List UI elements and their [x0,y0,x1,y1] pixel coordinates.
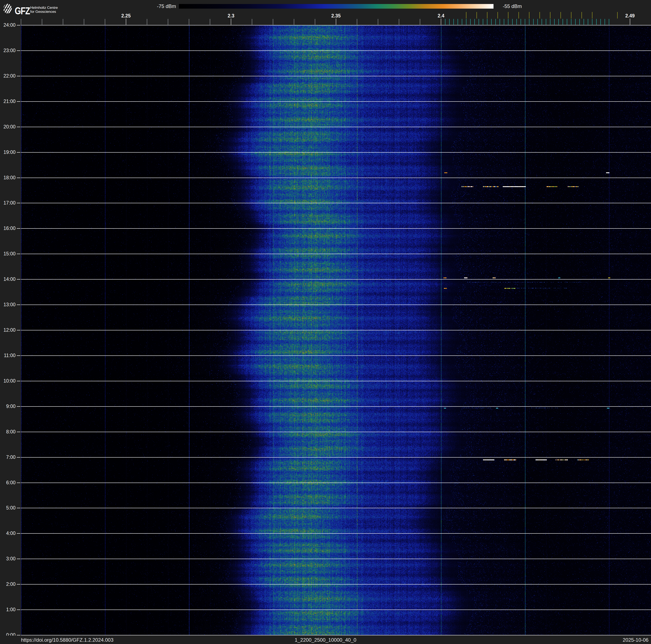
freq-minor-tick [399,19,399,25]
time-tick-label: 18:00 [0,175,16,180]
hour-gridline [21,152,651,153]
wifi-channel-tick [592,12,592,19]
time-tick [17,152,20,153]
hour-gridline [21,584,651,585]
time-tick-label: 8:00 [0,429,16,435]
wifi-channel-tick [582,12,582,19]
wifi-channel-tick [508,12,508,19]
freq-major-tick [441,19,441,25]
time-tick-label: 5:00 [0,505,16,511]
wifi-channel-tick [487,12,488,19]
time-tick [17,381,20,381]
ble-channel-tick [491,19,492,25]
hour-gridline [21,533,651,534]
wifi-channel-tick [617,12,618,19]
time-tick [17,584,20,585]
hour-gridline [21,432,651,432]
ble-channel-tick [604,19,605,25]
ble-channel-tick [462,19,462,25]
ble-channel-tick [537,19,538,25]
hour-gridline [21,279,651,280]
ble-channel-tick [454,19,454,25]
freq-tick-label: 2.3 [228,13,235,19]
colorbar: -75 dBm -55 dBm [0,0,651,12]
ble-channel-tick [541,19,542,25]
hour-gridline [21,635,651,635]
time-tick-label: 21:00 [0,98,16,104]
time-tick-label: 3:00 [0,556,16,562]
time-tick-label: 6:00 [0,480,16,486]
ble-channel-tick [521,19,521,25]
ble-channel-tick [554,19,555,25]
ble-channel-tick [588,19,588,25]
hour-gridline [21,610,651,610]
hour-gridline [21,101,651,102]
colorbar-min-label: -75 dBm [145,4,176,9]
time-tick-label: 13:00 [0,302,16,308]
freq-minor-tick [168,19,168,25]
colorbar-max-label: -55 dBm [503,4,522,9]
freq-minor-tick [357,19,357,25]
hour-gridline [21,51,651,51]
freq-minor-tick [210,19,210,25]
freq-minor-tick [315,19,315,25]
ble-channel-tick [592,19,592,25]
time-tick [17,482,20,483]
freq-major-tick [336,19,336,25]
ble-channel-tick [517,19,517,25]
ble-channel-tick [478,19,479,25]
hour-gridline [21,559,651,559]
freq-tick-label: 2.49 [625,13,635,19]
ble-channel-tick [584,19,584,25]
hour-gridline [21,304,651,305]
ble-channel-tick [567,19,567,25]
time-tick-label: 15:00 [0,251,16,257]
time-tick-label: 7:00 [0,455,16,460]
ble-channel-tick [575,19,576,25]
ble-channel-tick [466,19,466,25]
hour-gridline [21,254,651,254]
ble-channel-tick [504,19,504,25]
ble-channel-tick [529,19,529,25]
dataset-id: 1_2200_2500_10000_40_0 [0,637,651,643]
time-tick [17,559,20,559]
freq-minor-tick [42,19,42,25]
ble-channel-tick [445,19,445,25]
wifi-channel-tick [529,12,529,19]
wifi-channel-tick [497,12,498,19]
time-tick-label: 9:00 [0,404,16,409]
time-tick [17,178,20,178]
ble-channel-tick [470,19,471,25]
time-tick-label: 23:00 [0,48,16,53]
wifi-channel-tick [550,12,550,19]
time-tick [17,355,20,356]
ble-channel-tick [508,19,508,25]
freq-minor-tick [147,19,147,25]
hour-gridline [21,457,651,458]
time-tick [17,432,20,432]
spectrogram-page: GFZ Helmholtz Centre for Geosciences -75… [0,0,651,644]
freq-tick-label: 2.25 [121,13,131,19]
hour-gridline [21,330,651,330]
freq-minor-tick [294,19,294,25]
hour-gridline [21,406,651,407]
hour-gridline [21,482,651,483]
colorbar-gradient [179,4,494,9]
hour-gridline [21,127,651,127]
ble-channel-tick [533,19,534,25]
freq-minor-tick [63,19,63,25]
time-tick-label: 11:00 [0,353,16,358]
time-tick-label: 19:00 [0,149,16,155]
time-tick [17,254,20,254]
hour-gridline [21,203,651,203]
ble-channel-tick [487,19,488,25]
time-tick-label: 2:00 [0,581,16,587]
hour-gridline [21,25,651,25]
wifi-channel-tick [571,12,571,19]
ble-channel-tick [458,19,458,25]
time-tick [17,203,20,203]
freq-tick-label: 2.35 [331,13,341,19]
wifi-channel-tick [519,12,519,19]
time-tick [17,279,20,280]
time-tick [17,51,20,51]
